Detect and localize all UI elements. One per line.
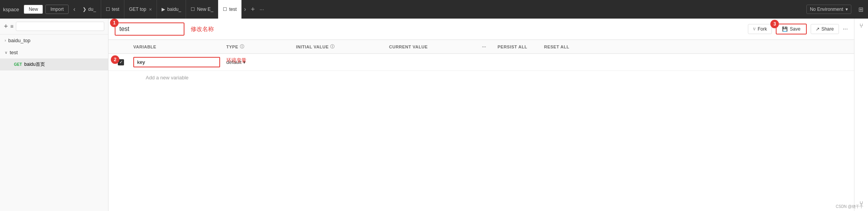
- tab-baidu-runner-icon: ▶: [162, 7, 165, 12]
- tab-test-env-icon: ☐: [223, 7, 227, 12]
- tab-new-env-icon: ☐: [191, 7, 195, 12]
- tab-test-col-icon: ☐: [106, 7, 110, 12]
- type-info-icon[interactable]: ⓘ: [240, 44, 245, 50]
- tab-test-col-label: test: [112, 7, 119, 12]
- col-type: TYPE ⓘ: [223, 40, 293, 53]
- save-button-wrapper: 3 💾 Save: [776, 24, 806, 34]
- sidebar-item-baidu-top-label: baidu_top: [8, 38, 30, 43]
- row-persist-cell: [494, 59, 541, 65]
- tab-baidu-runner-label: baidu_: [167, 7, 181, 12]
- env-selector-button[interactable]: No Environment ▾: [806, 5, 851, 14]
- env-selector-label: No Environment: [810, 7, 843, 12]
- col-check: [115, 40, 130, 53]
- top-bar: kspace New Import ‹ ❯ du_ ☐ test GET top…: [0, 0, 868, 19]
- annotation-1: 1: [110, 19, 119, 27]
- sidebar-toolbar: + ≡: [0, 19, 108, 34]
- import-button[interactable]: Import: [45, 5, 69, 14]
- row-variable-cell[interactable]: 环境变量: [130, 54, 223, 70]
- table-row: 2 环境变量 default ▾: [108, 54, 854, 71]
- tab-baidu-runner[interactable]: ▶ baidu_: [157, 0, 186, 19]
- tab-next-button[interactable]: ›: [242, 6, 248, 13]
- row-current-value-cell[interactable]: [386, 59, 479, 65]
- footer: CSDN @绕千千: [836, 204, 863, 209]
- table-header: VARIABLE TYPE ⓘ INITIAL VALUE ⓘ CURRENT …: [108, 40, 854, 54]
- col-more: ···: [479, 40, 494, 53]
- content-panel: 1 修改名称 ⑂ Fork 3 💾 Save ↗: [108, 19, 854, 211]
- sidebar-item-test-label: test: [10, 50, 18, 55]
- initial-value-info-icon[interactable]: ⓘ: [330, 44, 335, 50]
- tab-get-top[interactable]: GET top ✕: [124, 0, 157, 19]
- tab-get-top-close[interactable]: ✕: [149, 7, 152, 12]
- annotation-env-label: 环境变量: [226, 57, 246, 64]
- sidebar-item-test[interactable]: ∨ test: [0, 46, 108, 58]
- row-more-cell[interactable]: [479, 59, 494, 65]
- sidebar: + ≡ › baidu_top ∨ test GET baidu首页: [0, 19, 108, 211]
- tab-prev-button[interactable]: ‹: [71, 6, 78, 13]
- sidebar-sub-item-baidu-home[interactable]: GET baidu首页: [0, 58, 108, 70]
- env-header: 1 修改名称 ⑂ Fork 3 💾 Save ↗: [108, 19, 854, 40]
- chevron-right-icon: ›: [5, 38, 6, 43]
- tab-new-env-label: New E_: [197, 7, 213, 12]
- annotation-2: 2: [111, 55, 119, 64]
- share-button[interactable]: ↗ Share: [811, 24, 839, 34]
- main-layout: + ≡ › baidu_top ∨ test GET baidu首页 1: [0, 19, 868, 211]
- tab-test-env[interactable]: ☐ test: [218, 0, 241, 19]
- col-persist-all[interactable]: Persist All: [494, 40, 541, 53]
- tab-new-env[interactable]: ☐ New E_: [186, 0, 218, 19]
- share-icon: ↗: [816, 26, 820, 32]
- tab-du-icon: ❯: [83, 7, 86, 12]
- sidebar-add-button[interactable]: +: [4, 22, 8, 31]
- variable-input[interactable]: [133, 57, 220, 67]
- workspace-label: kspace: [3, 7, 19, 12]
- row-reset-cell: [541, 59, 580, 65]
- env-header-actions: ⑂ Fork 3 💾 Save ↗ Share ···: [748, 24, 848, 34]
- env-selector-chevron: ▾: [846, 7, 848, 12]
- col-reset-all[interactable]: Reset All: [541, 40, 580, 53]
- col-current-value: CURRENT VALUE: [386, 40, 479, 53]
- sidebar-item-baidu-top[interactable]: › baidu_top: [0, 34, 108, 46]
- method-get-label: GET: [14, 62, 22, 67]
- env-name-input[interactable]: [115, 22, 184, 36]
- tab-test-collection[interactable]: ☐ test: [101, 0, 124, 19]
- fork-button[interactable]: ⑂ Fork: [748, 24, 772, 34]
- annotation-modify-label: 修改名称: [191, 26, 214, 33]
- fork-icon: ⑂: [753, 26, 756, 32]
- tab-du[interactable]: ❯ du_: [78, 0, 101, 19]
- row-initial-value-cell[interactable]: [293, 59, 386, 65]
- footer-text: CSDN @绕千千: [836, 204, 863, 209]
- add-variable-row[interactable]: Add a new variable: [108, 71, 854, 84]
- save-button[interactable]: 💾 Save: [776, 24, 806, 34]
- env-name-wrapper: 1: [115, 22, 184, 36]
- col-initial-value: INITIAL VALUE ⓘ: [293, 40, 386, 53]
- sidebar-search-input[interactable]: [16, 22, 104, 31]
- sidebar-sub-item-baidu-home-label: baidu首页: [24, 61, 45, 68]
- tab-test-env-label: test: [229, 7, 236, 12]
- branch-icon[interactable]: ⑂: [859, 22, 863, 29]
- right-sidebar: ⑂ ⑂: [854, 19, 868, 211]
- chevron-down-icon: ∨: [5, 50, 7, 55]
- tabs-container: ‹ ❯ du_ ☐ test GET top ✕ ▶ baidu_ ☐ New …: [71, 0, 804, 19]
- row-check-cell[interactable]: 2: [115, 56, 130, 69]
- sidebar-filter-button[interactable]: ≡: [10, 23, 14, 29]
- tab-add-button[interactable]: +: [248, 5, 257, 14]
- more-options-button[interactable]: ···: [843, 26, 848, 33]
- tab-du-label: du_: [88, 7, 96, 12]
- settings-icon[interactable]: ⊞: [857, 4, 865, 15]
- new-button[interactable]: New: [24, 5, 43, 14]
- col-variable: VARIABLE: [130, 40, 223, 53]
- save-icon: 💾: [782, 26, 788, 32]
- env-table: VARIABLE TYPE ⓘ INITIAL VALUE ⓘ CURRENT …: [108, 40, 854, 211]
- tab-more-button[interactable]: ···: [257, 6, 267, 12]
- tab-get-top-label: GET top: [129, 7, 146, 12]
